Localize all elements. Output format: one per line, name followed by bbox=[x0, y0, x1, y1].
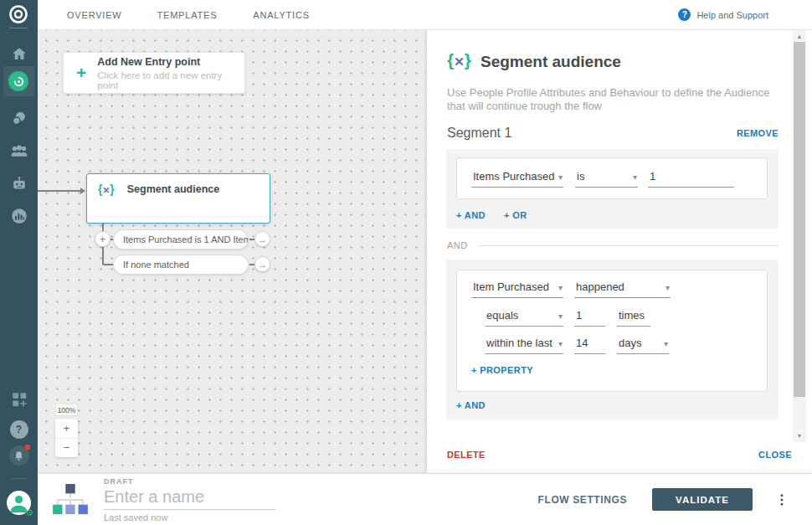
sidebar-item-home[interactable] bbox=[0, 39, 38, 69]
panel-footer: DELETE CLOSE bbox=[427, 444, 812, 466]
divider-line bbox=[480, 245, 779, 246]
add-entry-point-card[interactable]: + Add New Entry point Click here to add … bbox=[63, 52, 245, 94]
plus-icon: + bbox=[100, 234, 105, 245]
status-badge: DRAFT bbox=[104, 477, 275, 486]
sidebar: ? ⚙ bbox=[0, 0, 38, 525]
chevron-down-icon: ▾ bbox=[558, 311, 563, 322]
chevron-down-icon: ▾ bbox=[633, 172, 637, 183]
bar-chart-icon bbox=[10, 207, 28, 225]
kebab-menu-icon[interactable]: ⋮ bbox=[775, 492, 789, 507]
user-avatar[interactable]: ⚙ bbox=[7, 491, 31, 515]
plus-icon: + bbox=[76, 63, 86, 83]
add-and-condition-button-2[interactable]: + AND bbox=[456, 400, 486, 410]
time-window-dropdown[interactable]: within the last ▾ bbox=[485, 337, 563, 354]
plus-icon: + bbox=[64, 422, 70, 435]
chevron-down-icon: ▾ bbox=[558, 172, 563, 183]
sidebar-item-people[interactable] bbox=[0, 136, 38, 166]
sidebar-item-answers[interactable] bbox=[0, 103, 38, 133]
robot-icon bbox=[10, 174, 28, 193]
moments-icon[interactable] bbox=[8, 71, 28, 91]
minus-icon: − bbox=[64, 441, 70, 454]
flow-settings-button[interactable]: FLOW SETTINGS bbox=[538, 494, 627, 506]
window-unit-value: days bbox=[619, 337, 641, 349]
scroll-down-icon[interactable]: ▼ bbox=[793, 433, 806, 439]
window-value-input[interactable] bbox=[574, 337, 605, 354]
zoom-in-button[interactable]: + bbox=[55, 419, 78, 439]
chevron-down-icon: ▾ bbox=[558, 283, 563, 293]
branch-arrow-button-2[interactable]: → bbox=[254, 256, 270, 272]
branch-arrow-button-1[interactable]: → bbox=[254, 231, 270, 247]
bell-icon bbox=[9, 445, 29, 466]
sidebar-divider bbox=[11, 478, 27, 479]
add-or-condition-button[interactable]: + OR bbox=[504, 210, 527, 220]
attribute-dropdown[interactable]: Items Purchased ▾ bbox=[471, 170, 563, 188]
occurrence-dropdown[interactable]: happened ▾ bbox=[574, 281, 671, 298]
chevron-down-icon: ▾ bbox=[666, 283, 670, 293]
operator-dropdown[interactable]: is ▾ bbox=[575, 170, 638, 188]
node-title: Segment audience bbox=[127, 183, 219, 195]
operator-value: is bbox=[577, 170, 584, 183]
segment-label: Segment 1 bbox=[447, 126, 511, 141]
condition-group-1: Items Purchased ▾ is ▾ + AND + OR bbox=[446, 149, 779, 229]
tab-analytics[interactable]: ANALYTICS bbox=[253, 10, 310, 20]
condition-group-2: Item Purchased ▾ happened ▾ equals ▾ tim… bbox=[446, 260, 779, 419]
flow-tree-icon bbox=[51, 484, 90, 516]
node-segment-audience[interactable]: {✕} Segment audience bbox=[86, 173, 270, 224]
flow-name-input[interactable] bbox=[104, 486, 275, 510]
panel-description: Use People Profile Attributes and Behavi… bbox=[447, 86, 780, 112]
overlapping-circles-icon bbox=[10, 109, 28, 127]
delete-node-button[interactable]: DELETE bbox=[447, 450, 486, 460]
branch-pill-condition[interactable]: Items Purchased is 1 AND Item P... bbox=[113, 229, 249, 250]
entry-connector-arrowhead bbox=[80, 188, 85, 194]
sidebar-item-apps[interactable] bbox=[0, 384, 38, 414]
group-operator-label: AND bbox=[447, 240, 468, 250]
panel-scrollbar[interactable]: ▲ ▼ bbox=[793, 30, 806, 442]
arrow-right-icon: → bbox=[258, 260, 267, 270]
question-icon: ? bbox=[10, 420, 28, 439]
attribute-value-input[interactable] bbox=[648, 170, 734, 188]
event-dropdown[interactable]: Item Purchased ▾ bbox=[471, 281, 563, 298]
count-input[interactable] bbox=[574, 309, 605, 327]
apps-add-icon bbox=[10, 390, 28, 409]
occurrence-value: happened bbox=[576, 281, 624, 293]
time-window-value: within the last bbox=[486, 337, 552, 349]
sidebar-item-notifications[interactable] bbox=[0, 440, 38, 471]
help-icon: ? bbox=[678, 8, 691, 21]
comparator-value: equals bbox=[486, 309, 518, 322]
event-value: Item Purchased bbox=[473, 281, 549, 293]
flow-canvas[interactable]: + Add New Entry point Click here to add … bbox=[38, 30, 427, 473]
gear-icon: ⚙ bbox=[25, 508, 33, 517]
comparator-dropdown[interactable]: equals ▾ bbox=[485, 309, 563, 327]
entry-connector-line bbox=[38, 190, 80, 192]
brand-logo-icon[interactable] bbox=[8, 4, 28, 24]
zoom-out-button[interactable]: − bbox=[55, 439, 78, 458]
top-nav: OVERVIEW TEMPLATES ANALYTICS ? Help and … bbox=[38, 0, 812, 30]
attribute-value: Items Purchased bbox=[473, 170, 555, 183]
add-property-button[interactable]: + PROPERTY bbox=[471, 365, 533, 375]
scroll-up-icon[interactable]: ▲ bbox=[793, 33, 806, 39]
scrollbar-thumb[interactable] bbox=[794, 42, 805, 397]
notification-dot bbox=[25, 445, 30, 450]
entry-card-subtitle: Click here to add a new entry point bbox=[97, 70, 244, 90]
sidebar-item-chatbot[interactable] bbox=[0, 168, 38, 198]
tab-templates[interactable]: TEMPLATES bbox=[157, 10, 218, 20]
remove-segment-button[interactable]: REMOVE bbox=[737, 128, 779, 138]
add-branch-button[interactable]: + bbox=[95, 231, 110, 247]
group-operator-divider: AND bbox=[447, 240, 779, 250]
help-label: Help and Support bbox=[696, 10, 768, 20]
branch-pill-none-matched[interactable]: If none matched bbox=[113, 255, 249, 275]
zoom-level-label: 100% bbox=[55, 404, 78, 416]
tab-overview[interactable]: OVERVIEW bbox=[67, 10, 122, 20]
window-unit-dropdown[interactable]: days ▾ bbox=[617, 337, 669, 354]
zoom-controls: + − bbox=[55, 419, 78, 457]
close-panel-button[interactable]: CLOSE bbox=[758, 450, 792, 460]
last-saved-label: Last saved now bbox=[104, 512, 275, 522]
help-and-support[interactable]: ? Help and Support bbox=[678, 8, 768, 21]
chevron-down-icon: ▾ bbox=[664, 339, 668, 349]
sidebar-divider bbox=[9, 28, 28, 28]
flow-builder-app: ? ⚙ OVERVIEW TEMPLATES ANALYTICS ? Help … bbox=[0, 0, 812, 525]
bottom-bar: DRAFT Last saved now FLOW SETTINGS VALID… bbox=[38, 473, 812, 525]
sidebar-item-analytics[interactable] bbox=[0, 201, 38, 231]
validate-button[interactable]: VALIDATE bbox=[652, 488, 753, 511]
add-and-condition-button[interactable]: + AND bbox=[456, 210, 486, 220]
